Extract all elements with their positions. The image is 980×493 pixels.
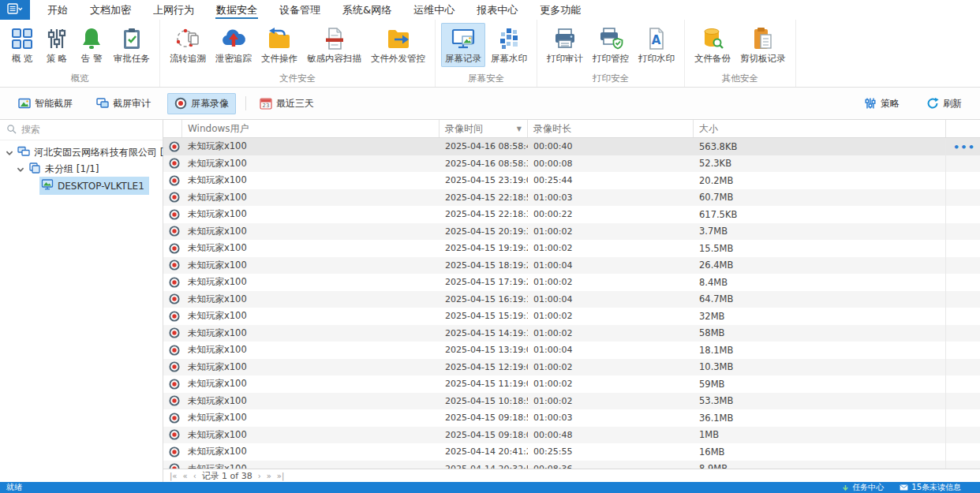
table-row[interactable]: 未知玩家x100 2025-04-15 23:19:01 00:25:44 20… [163, 172, 980, 189]
menu-item-more[interactable]: 更多功能 [529, 0, 592, 20]
refresh-button[interactable]: 刷新 [919, 93, 969, 114]
cell-duration: 00:25:44 [528, 175, 694, 185]
table-row[interactable]: 未知玩家x100 2025-04-15 18:19:24 01:00:04 26… [163, 257, 980, 275]
task-center-button[interactable]: 任务中心 [842, 482, 884, 493]
prev-page-button[interactable]: ‹ [193, 472, 196, 480]
unread-messages-button[interactable]: 15条未读信息 [900, 482, 961, 493]
overview-button[interactable]: 概 览 [6, 23, 39, 67]
tree-desktop-label: DESKTOP-VLKTLE1 [58, 181, 144, 192]
table-row[interactable]: 未知玩家x100 2025-04-15 14:19:11 01:00:02 58… [163, 325, 980, 342]
header-size[interactable]: 大小 [694, 120, 946, 137]
menu-item-report-center[interactable]: 报表中心 [466, 0, 529, 20]
menu-item-start[interactable]: 开始 [36, 0, 79, 20]
policy-toolbar-button[interactable]: 策略 [857, 93, 907, 114]
table-row[interactable]: 未知玩家x100 2025-04-16 08:58:32 00:00:08 52… [163, 155, 980, 173]
menu-item-ops-center[interactable]: 运维中心 [402, 0, 466, 20]
flow-trace-button[interactable]: 流转追溯 [166, 23, 210, 67]
sensitive-scan-button[interactable]: 敏感内容扫描 [303, 23, 365, 67]
calendar-icon: 23 [260, 97, 272, 110]
last-page-button[interactable]: »| [277, 472, 285, 480]
menu-item-device-mgmt[interactable]: 设备管理 [268, 0, 331, 20]
tree-item-company[interactable]: 河北安固云网络科技有限公司 [1/1] [0, 144, 163, 161]
policy-button[interactable]: 策 略 [40, 23, 73, 67]
policy-sliders-small-icon [864, 97, 877, 110]
record-dot-icon [163, 293, 182, 304]
smart-screenshot-label: 智能截屏 [35, 97, 73, 110]
table-row[interactable]: 未知玩家x100 2025-04-15 16:19:16 01:00:04 64… [163, 291, 980, 308]
menu-item-doc-encrypt[interactable]: 文档加密 [79, 0, 142, 20]
table-row[interactable]: 未知玩家x100 2025-04-15 22:18:57 01:00:03 60… [163, 189, 980, 207]
cell-size: 64.7MB [694, 291, 946, 308]
clipboard-record-button[interactable]: 剪切板记录 [736, 23, 790, 67]
print-watermark-label: 打印水印 [638, 53, 675, 65]
cell-duration: 00:25:55 [528, 446, 694, 457]
first-page-button[interactable]: |« [170, 472, 178, 480]
record-dot-icon [163, 413, 182, 424]
table-row[interactable]: 未知玩家x100 2025-04-15 10:18:58 01:00:02 53… [163, 393, 980, 410]
tree-company-label: 河北安固云网络科技有限公司 [1/1] [34, 146, 183, 159]
table-row[interactable]: 未知玩家x100 2025-04-14 20:41:27 00:25:55 16… [163, 443, 980, 461]
app-menu-button[interactable] [0, 0, 30, 20]
table-row[interactable]: 未知玩家x100 2025-04-15 09:18:06 00:00:48 1M… [163, 427, 980, 444]
record-dot-icon [163, 260, 182, 271]
search-input[interactable]: 搜索 [0, 120, 163, 140]
table-row[interactable]: 未知玩家x100 2025-04-16 08:58:41 00:00:40 56… [163, 138, 980, 155]
tree-item-desktop[interactable]: DESKTOP-VLKTLE1 [0, 177, 163, 194]
row-more-button[interactable]: ••• [953, 140, 975, 152]
leak-trace-button[interactable]: 泄密追踪 [211, 23, 256, 67]
table-row[interactable]: 未知玩家x100 2025-04-15 09:18:55 01:00:03 36… [163, 409, 980, 427]
fast-prev-button[interactable]: « [183, 472, 188, 480]
chevron-down-icon[interactable] [5, 148, 14, 158]
screenshot-audit-icon [96, 97, 109, 110]
table-row[interactable]: 未知玩家x100 2025-04-15 11:19:01 01:00:02 59… [163, 375, 980, 393]
file-ops-button[interactable]: 文件操作 [257, 23, 301, 67]
cell-windows-user: 未知玩家x100 [182, 412, 440, 424]
screen-watermark-button[interactable]: 屏幕水印 [487, 23, 531, 67]
table-row[interactable]: 未知玩家x100 2025-04-15 17:19:22 01:00:02 8.… [163, 274, 980, 291]
approval-tasks-button[interactable]: 审批任务 [110, 23, 154, 67]
screen-recording-button[interactable]: 屏幕录像 [167, 93, 236, 114]
tree-item-ungrouped[interactable]: 未分组 [1/1] [0, 161, 163, 177]
cell-duration: 00:00:40 [528, 141, 694, 151]
table-row[interactable]: 未知玩家x100 2025-04-15 13:19:06 01:00:04 18… [163, 342, 980, 359]
next-page-button[interactable]: › [258, 472, 261, 480]
cell-size: 36.1MB [694, 409, 946, 427]
toolbar-separator [245, 96, 246, 110]
table-row[interactable]: 未知玩家x100 2025-04-15 22:18:33 00:00:22 61… [163, 206, 980, 223]
leak-trace-label: 泄密追踪 [215, 53, 252, 65]
header-duration[interactable]: 录像时长 [528, 120, 694, 137]
smart-screenshot-button[interactable]: 智能截屏 [11, 93, 80, 114]
menu-item-data-security[interactable]: 数据安全 [205, 0, 268, 20]
menu-item-web-behavior[interactable]: 上网行为 [142, 0, 205, 20]
header-record-time[interactable]: 录像时间▼ [440, 120, 528, 137]
menu-items: 开始 文档加密 上网行为 数据安全 设备管理 系统&网络 运维中心 报表中心 更… [36, 0, 592, 20]
main-panel: Windows用户 录像时间▼ 录像时长 大小 未知玩家x100 2025-04… [163, 120, 980, 482]
header-windows-user[interactable]: Windows用户 [182, 120, 440, 137]
filter-dropdown-icon[interactable]: ▼ [506, 125, 522, 133]
print-audit-button[interactable]: 打印审计 [543, 23, 587, 67]
print-watermark-button[interactable]: A 打印水印 [634, 23, 679, 67]
table-row[interactable]: 未知玩家x100 2025-04-15 15:19:14 01:00:02 32… [163, 308, 980, 325]
svg-text:A: A [652, 33, 661, 47]
fast-next-button[interactable]: » [267, 472, 271, 480]
menu-item-system-network[interactable]: 系统&网络 [331, 0, 402, 20]
mail-icon [900, 484, 908, 491]
file-backup-button[interactable]: 文件备份 [690, 23, 735, 67]
table-row[interactable]: 未知玩家x100 2025-04-15 19:19:28 01:00:02 15… [163, 240, 980, 257]
alert-bell-icon [79, 26, 104, 51]
overview-label: 概 览 [12, 53, 33, 65]
table-row[interactable]: 未知玩家x100 2025-04-15 12:19:03 01:00:02 10… [163, 359, 980, 376]
ribbon: 概 览 策 略 告 警 审批任务 概览 [0, 20, 980, 88]
menubar: 开始 文档加密 上网行为 数据安全 设备管理 系统&网络 运维中心 报表中心 更… [0, 0, 980, 20]
print-control-button[interactable]: 打印管控 [589, 23, 633, 67]
screenshot-audit-button[interactable]: 截屏审计 [89, 93, 158, 114]
chevron-down-icon[interactable] [16, 165, 25, 174]
table-row[interactable]: 未知玩家x100 2025-04-14 20:32:50 00:08:36 8.… [163, 461, 980, 469]
outgoing-control-button[interactable]: 文件外发管控 [367, 23, 429, 67]
alert-button[interactable]: 告 警 [75, 23, 108, 67]
screen-record-button[interactable]: 屏幕记录 [441, 23, 485, 67]
table-row[interactable]: 未知玩家x100 2025-04-15 20:19:31 01:00:02 3.… [163, 223, 980, 241]
recent-3days-button[interactable]: 23 最近三天 [252, 93, 321, 114]
cell-size: 3.7MB [694, 223, 946, 241]
header-icon-column [163, 120, 182, 137]
